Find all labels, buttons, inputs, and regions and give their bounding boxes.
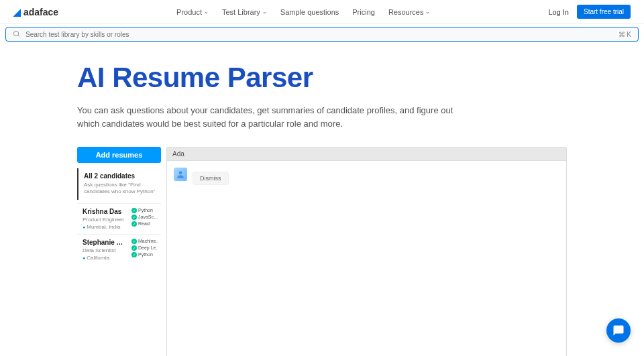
all-candidates-hint: Ask questions like "Find candidates who … xyxy=(84,182,156,196)
check-icon: ✓ xyxy=(131,215,137,220)
candidate-role: Product Engineer xyxy=(83,217,127,223)
bot-avatar xyxy=(174,168,187,181)
logo-icon: ◢ xyxy=(13,7,21,17)
skill-tag: ✓JavaSc… xyxy=(131,215,158,220)
skill-tag: ✓Python xyxy=(131,208,158,213)
main-nav: Product ⌄ Test Library ⌄ Sample question… xyxy=(176,8,430,16)
all-candidates-section[interactable]: All 2 candidates Ask questions like "Fin… xyxy=(77,168,161,200)
sidebar: Add resumes All 2 candidates Ask questio… xyxy=(77,147,161,356)
login-link[interactable]: Log In xyxy=(548,8,569,16)
add-resumes-button[interactable]: Add resumes xyxy=(77,147,161,163)
chat-header: Ada xyxy=(167,147,566,161)
skill-tag: ✓React xyxy=(131,221,158,227)
candidate-location: ● California xyxy=(83,255,127,261)
all-candidates-title: All 2 candidates xyxy=(84,172,156,180)
nav-pricing[interactable]: Pricing xyxy=(352,8,375,16)
candidate-role: Data Scientist xyxy=(83,247,127,253)
chevron-down-icon: ⌄ xyxy=(204,9,209,15)
skill-tag: ✓Machine… xyxy=(131,239,158,244)
keyboard-shortcut: ⌘ K xyxy=(619,31,631,38)
help-chat-button[interactable] xyxy=(606,318,631,343)
page-description: You can ask questions about your candida… xyxy=(77,104,466,130)
check-icon: ✓ xyxy=(131,245,137,251)
search-input[interactable] xyxy=(25,31,619,38)
check-icon: ✓ xyxy=(131,239,137,244)
logo[interactable]: ◢ adaface xyxy=(13,7,58,17)
nav-resources[interactable]: Resources ⌄ xyxy=(388,8,431,16)
location-icon: ● xyxy=(83,225,85,229)
svg-line-1 xyxy=(18,35,19,36)
svg-point-0 xyxy=(13,31,18,36)
dismiss-button[interactable]: Dismiss xyxy=(193,172,229,185)
check-icon: ✓ xyxy=(131,252,137,257)
chevron-down-icon: ⌄ xyxy=(262,9,267,15)
svg-point-2 xyxy=(179,171,182,174)
candidate-location: ● Mumbai, India xyxy=(83,224,127,230)
nav-sample-questions[interactable]: Sample questions xyxy=(280,8,339,16)
chat-panel: Ada Dismiss xyxy=(166,147,567,356)
skill-tag: ✓Python xyxy=(131,252,158,257)
search-bar[interactable]: ⌘ K xyxy=(5,27,639,42)
check-icon: ✓ xyxy=(131,208,137,213)
chat-message: Dismiss xyxy=(174,168,559,185)
location-icon: ● xyxy=(83,255,85,260)
candidate-item[interactable]: Stephanie Ar… Data Scientist ● Californi… xyxy=(77,234,161,265)
page-title: AI Resume Parser xyxy=(77,62,567,94)
skill-tag: ✓Deep Le… xyxy=(131,245,158,251)
candidate-item[interactable]: Krishna Das Product Engineer ● Mumbai, I… xyxy=(77,203,161,234)
chevron-down-icon: ⌄ xyxy=(425,9,430,15)
candidate-name: Stephanie Ar… xyxy=(83,239,127,246)
check-icon: ✓ xyxy=(131,221,137,227)
brand-name: adaface xyxy=(23,7,58,17)
chat-icon xyxy=(612,324,625,337)
nav-product[interactable]: Product ⌄ xyxy=(176,8,209,16)
search-icon xyxy=(13,30,20,39)
start-trial-button[interactable]: Start free trial xyxy=(577,5,631,19)
candidate-name: Krishna Das xyxy=(83,208,127,215)
nav-test-library[interactable]: Test Library ⌄ xyxy=(222,8,267,16)
